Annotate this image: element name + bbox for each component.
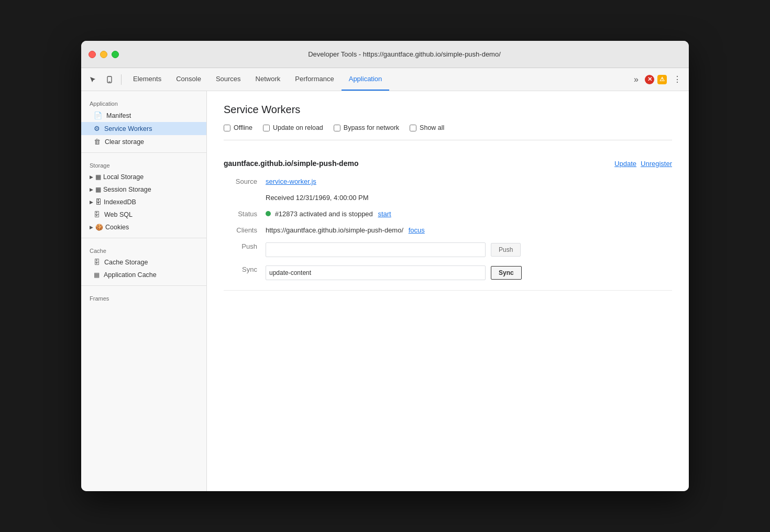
tab-performance[interactable]: Performance [288,68,341,91]
sidebar-divider-2 [81,238,206,238]
sidebar-section-application: Application [81,95,206,109]
sidebar-divider-1 [81,152,206,153]
sync-input[interactable] [266,265,486,280]
traffic-lights [89,51,119,58]
sidebar-item-manifest[interactable]: 📄 Manifest [81,109,206,122]
sidebar-section-frames: Frames [81,290,206,304]
more-tabs-button[interactable]: » [631,73,642,86]
sidebar-item-web-sql[interactable]: 🗄 Web SQL [81,208,206,221]
toolbar-tabs: Elements Console Sources Network Perform… [126,68,629,91]
offline-checkbox[interactable] [224,125,230,131]
clients-label: Clients [224,225,266,236]
update-link[interactable]: Update [614,160,636,168]
status-label: Status [224,208,266,219]
maximize-button[interactable] [112,51,119,58]
arrow-icon: ▶ [90,174,93,180]
arrow-icon: ▶ [90,225,93,230]
sw-actions: Update Unregister [614,160,672,168]
clients-value: https://gauntface.github.io/simple-push-… [266,225,672,236]
received-label [224,192,266,203]
tab-application[interactable]: Application [342,68,390,91]
bypass-for-network-checkbox[interactable] [334,125,340,131]
focus-link[interactable]: focus [409,226,425,234]
toolbar: Elements Console Sources Network Perform… [81,68,689,91]
arrow-icon: ▶ [90,199,93,205]
warn-icon: ⚠ [659,76,665,83]
update-on-reload-checkbox[interactable] [263,125,270,131]
push-value: Push [266,241,672,259]
cache-storage-icon: 🗄 [94,259,100,266]
sidebar-section-storage: Storage [81,157,206,171]
sidebar-item-session-storage[interactable]: ▶ ▦ Session Storage [81,183,206,196]
sidebar-item-clear-storage[interactable]: 🗑 Clear storage [81,135,206,148]
content-area: Service Workers Offline Update on reload… [207,91,689,491]
close-button[interactable] [89,51,96,58]
sync-label: Sync [224,264,266,282]
trash-icon: 🗑 [94,138,101,146]
warn-badge[interactable]: ⚠ [657,75,667,84]
sync-value: Sync [266,264,672,282]
error-icon: ✕ [647,76,652,83]
toolbar-right: » ✕ ⚠ ⋮ [631,72,685,86]
sidebar-item-cache-storage[interactable]: 🗄 Cache Storage [81,256,206,269]
main-layout: Application 📄 Manifest ⚙ Service Workers… [81,91,689,491]
sidebar-divider-3 [81,285,206,286]
tab-sources[interactable]: Sources [208,68,248,91]
sidebar: Application 📄 Manifest ⚙ Service Workers… [81,91,207,491]
show-all-checkbox-label[interactable]: Show all [410,124,444,131]
sidebar-item-application-cache[interactable]: ▦ Application Cache [81,269,206,281]
window-title: Developer Tools - https://gauntface.gith… [127,50,681,58]
source-file-link[interactable]: service-worker.js [266,178,316,185]
manifest-icon: 📄 [94,112,102,119]
start-link[interactable]: start [378,210,391,218]
page-title: Service Workers [224,104,672,116]
mobile-icon[interactable] [102,72,117,87]
sidebar-section-cache: Cache [81,242,206,256]
cookies-icon: 🍪 [95,224,103,231]
cursor-icon[interactable] [85,72,100,87]
app-cache-icon: ▦ [94,271,100,279]
push-row: Push [266,242,672,257]
source-label: Source [224,176,266,187]
tab-network[interactable]: Network [248,68,288,91]
tab-console[interactable]: Console [169,68,208,91]
sw-options-row: Offline Update on reload Bypass for netw… [224,124,672,140]
sw-header: gauntface.github.io/simple-push-demo Upd… [224,159,672,168]
offline-checkbox-label[interactable]: Offline [224,124,252,131]
bypass-for-network-checkbox-label[interactable]: Bypass for network [334,124,399,131]
sw-details-table: Source service-worker.js Received 12/31/… [224,176,672,282]
toolbar-separator [121,74,122,85]
tab-elements[interactable]: Elements [126,68,169,91]
update-on-reload-checkbox-label[interactable]: Update on reload [263,124,323,131]
source-value: service-worker.js [266,176,672,187]
web-sql-icon: 🗄 [94,211,100,218]
sidebar-item-service-workers[interactable]: ⚙ Service Workers [81,122,206,135]
push-input[interactable] [266,242,486,257]
sidebar-item-indexeddb[interactable]: ▶ 🗄 IndexedDB [81,196,206,208]
sidebar-item-cookies[interactable]: ▶ 🍪 Cookies [81,221,206,234]
show-all-checkbox[interactable] [410,125,416,131]
push-label: Push [224,241,266,259]
status-dot [266,211,271,216]
sw-entry: gauntface.github.io/simple-push-demo Upd… [224,151,672,291]
session-storage-icon: ▦ [95,186,101,193]
push-button[interactable]: Push [491,243,521,257]
devtools-menu-button[interactable]: ⋮ [670,72,685,86]
titlebar: Developer Tools - https://gauntface.gith… [81,41,689,68]
indexeddb-icon: 🗄 [95,198,102,206]
minimize-button[interactable] [100,51,107,58]
unregister-link[interactable]: Unregister [641,160,672,168]
status-text: #12873 activated and is stopped [275,210,373,218]
sync-row: Sync [266,265,672,280]
devtools-window: Developer Tools - https://gauntface.gith… [81,41,689,491]
local-storage-icon: ▦ [95,173,101,181]
sw-origin: gauntface.github.io/simple-push-demo [224,159,358,168]
sync-button[interactable]: Sync [491,266,522,280]
sidebar-item-local-storage[interactable]: ▶ ▦ Local Storage [81,171,206,183]
svg-rect-1 [108,81,111,82]
error-badge[interactable]: ✕ [645,75,654,84]
status-value: #12873 activated and is stopped start [266,208,672,219]
gear-icon: ⚙ [94,125,100,132]
arrow-icon: ▶ [90,187,93,192]
received-value: Received 12/31/1969, 4:00:00 PM [266,192,672,203]
